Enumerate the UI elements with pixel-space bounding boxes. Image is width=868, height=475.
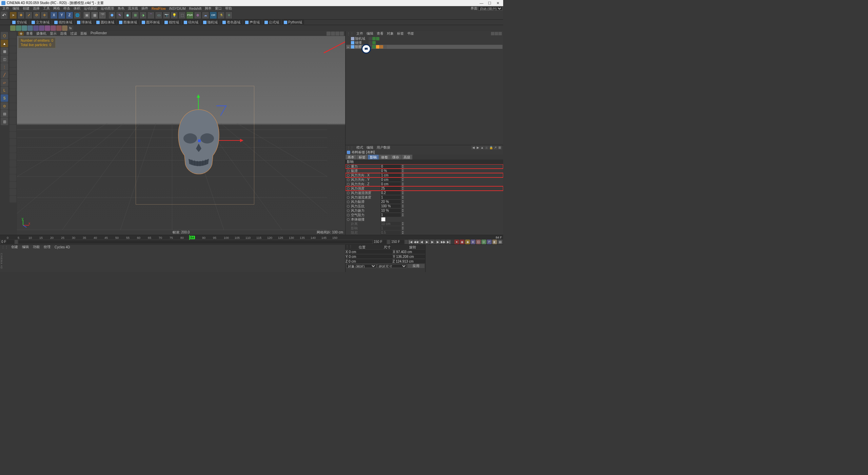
filter-10[interactable] [9,96,16,103]
filter-2[interactable] [9,39,16,46]
filter-20[interactable] [9,167,16,174]
attr-value-field[interactable] [380,187,401,190]
prev-frame-button[interactable]: ◀ [419,240,424,244]
origin-handle[interactable] [198,139,201,142]
obj-menu-标签[interactable]: 标签 [395,31,406,36]
key-param-button[interactable]: P [487,240,492,244]
filter-8[interactable] [9,82,16,89]
render-region-button[interactable]: ▦ [91,12,98,19]
vp-menu-面板[interactable]: 面板 [79,31,89,36]
timeline-scrollbar[interactable] [18,240,372,244]
obj-menu-编辑[interactable]: 编辑 [365,31,375,36]
attr-spinner[interactable]: ▲▼ [401,200,404,204]
attr-tab-基本[interactable]: 基本 [346,155,357,159]
menu-工具[interactable]: 工具 [41,6,52,11]
keyframe-dot[interactable] [347,214,350,216]
y-axis-button[interactable]: Y [58,12,65,19]
attr-nav-prev[interactable]: ◀ [471,146,475,150]
texture-mode-button[interactable]: ▦ [1,48,8,55]
attr-spinner[interactable]: ▲▼ [401,213,404,217]
model-mode-button[interactable]: ▲ [1,40,8,47]
attr-nav-next[interactable]: ▶ [476,146,480,150]
workplane-snap-button[interactable]: ▤ [1,110,8,117]
goto-end-button[interactable]: ▶| [446,240,451,244]
autokey-button[interactable]: ◉ [460,240,465,244]
vp-menu-ProRender[interactable]: ProRender [89,31,108,36]
obj-menu-书签[interactable]: 书签 [406,31,416,36]
stage-button[interactable]: ⬚ [178,12,186,19]
scale-button[interactable]: ⤢ [25,12,33,19]
psr-button[interactable]: PSR [186,12,194,19]
viewport-camera-icon[interactable]: ✥ [18,32,24,36]
filter-3[interactable] [9,46,16,53]
obj-view-icon[interactable] [495,32,498,35]
render-settings-button[interactable]: 🎬 [99,12,106,19]
uv-tag-icon[interactable] [383,45,387,49]
menu-体积[interactable]: 体积 [72,6,82,11]
filter-13[interactable] [9,117,16,124]
filter-12[interactable] [9,110,16,117]
menu-创建[interactable]: 创建 [21,6,31,11]
vis-render-icon[interactable] [372,45,376,49]
rotate-button[interactable]: ⟳ [33,12,40,19]
palette-立方体域[interactable]: 立方体域 [29,20,52,25]
world-axis-button[interactable]: 🌐 [74,12,81,19]
menu-窗口[interactable]: 窗口 [213,6,223,11]
attr-menu-编辑[interactable]: 编辑 [365,145,375,150]
camera-button[interactable]: 📷 [163,12,170,19]
cloth-button[interactable]: ☁ [202,12,209,19]
x-axis-button[interactable]: X [50,12,58,19]
key-rot-button[interactable]: ⊙ [481,240,486,244]
filter-9[interactable] [9,89,16,96]
menu-运动跟踪[interactable]: 运动跟踪 [82,6,99,11]
effector-7[interactable] [45,25,50,31]
attr-value-field[interactable] [380,204,401,208]
vis-render-icon[interactable] [372,41,376,44]
effector-1[interactable] [10,25,16,31]
menu-帮助[interactable]: 帮助 [223,6,234,11]
palette-线性域[interactable]: 线性域 [162,20,181,25]
attr-spinner[interactable]: ▲▼ [401,182,404,186]
live-select-button[interactable]: ➤ [9,12,17,19]
render-button[interactable]: ▣ [83,12,91,19]
filter-16[interactable] [9,139,16,146]
z-axis-button[interactable]: Z [66,12,73,19]
vis-editor-icon[interactable] [369,41,372,44]
vp-menu-过滤[interactable]: 过滤 [68,31,79,36]
palette-着色器域[interactable]: 着色器域 [220,20,242,25]
point-mode-button[interactable]: ⋮ [1,63,8,71]
menu-样条[interactable]: 样条 [62,6,72,11]
obj-menu-文件[interactable]: 文件 [355,31,365,36]
attr-nav-lock[interactable]: 🔒 [489,146,493,150]
attr-value-field[interactable] [380,173,401,177]
pen-tool-button[interactable]: ✎ [116,12,123,19]
range-spinner[interactable] [387,240,390,244]
bottom-tab-纹理[interactable]: 纹理 [42,245,53,249]
effector-9[interactable] [56,25,62,31]
snap-button[interactable]: ⊙ [1,102,8,110]
filter-22[interactable] [9,182,16,188]
expand-icon[interactable]: ▸ [348,45,350,49]
minimize-button[interactable]: — [477,1,486,5]
last-tool-button[interactable]: ✛ [41,12,48,19]
keyframe-sel-button[interactable]: ◆ [465,240,470,244]
light-button[interactable]: 💡 [171,12,178,19]
key-scale-button[interactable]: ⊡ [476,240,481,244]
effector-2[interactable] [16,25,21,31]
vp-zoom-icon[interactable] [331,32,335,36]
attr-spinner[interactable]: ▲▼ [401,209,404,212]
vp-maximize-icon[interactable] [340,32,344,36]
cloth-tag-icon[interactable] [376,45,379,49]
array-button[interactable]: ⊞ [132,12,139,19]
cube-primitive-button[interactable]: ⬢ [108,12,116,19]
bottom-tab-功能[interactable]: 功能 [31,245,42,249]
obj-search-icon[interactable] [491,32,494,35]
menu-运动图形[interactable]: 运动图形 [99,6,116,11]
make-editable-button[interactable]: ⬡ [1,32,8,39]
keyframe-dot[interactable] [347,196,350,199]
axis-mode-button[interactable]: L [1,87,8,94]
filter-1[interactable] [9,32,16,39]
next-frame-button[interactable]: ▶ [435,240,440,244]
keyframe-dot[interactable] [347,178,350,181]
extrude-button[interactable]: ⬗ [139,12,147,19]
